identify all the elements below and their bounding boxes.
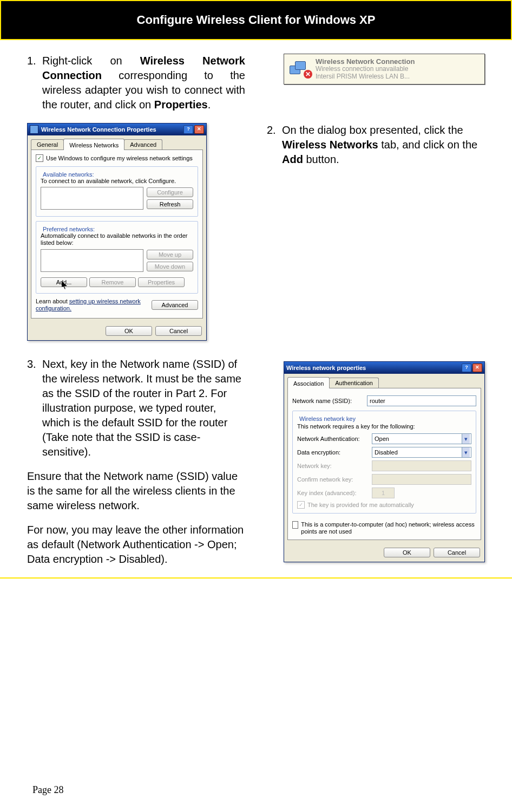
preferred-networks-group: Preferred networks: Automatically connec… xyxy=(36,221,198,293)
auth-label: Network Authentication: xyxy=(297,436,367,442)
learn-about-text: Learn about setting up wireless network … xyxy=(36,298,147,312)
help-button[interactable]: ? xyxy=(183,125,193,134)
step2-text-col: 2. On the dialog box presented, click th… xyxy=(267,123,485,341)
step3-text-col: 3. Next, key in the Network name (SSID) … xyxy=(27,357,245,567)
available-networks-list[interactable] xyxy=(41,187,143,210)
properties-button[interactable]: Properties xyxy=(138,277,185,287)
remove-button[interactable]: Remove xyxy=(89,277,136,287)
notif-line1: Wireless connection unavailable xyxy=(316,66,415,73)
wireless-key-group: Wireless network key This network requir… xyxy=(292,411,476,514)
step2-number: 2. xyxy=(267,123,282,167)
preferred-networks-list[interactable] xyxy=(41,249,143,272)
ssid-input[interactable]: router xyxy=(367,395,476,406)
netkey-label: Network key: xyxy=(297,463,367,469)
row-step1: 1. Right-click on Wireless Network Conne… xyxy=(27,54,485,112)
dlg2-tabs: Association Authentication xyxy=(284,374,484,388)
para-defaults: For now, you may leave the other informa… xyxy=(27,523,245,567)
tab-wireless-networks[interactable]: Wireless Networks xyxy=(63,139,124,150)
advanced-button[interactable]: Advanced xyxy=(152,300,198,310)
key-index-spinner: 1 xyxy=(372,488,395,498)
dlg2-col: Wireless network properties ? ✕ Associat… xyxy=(267,357,485,567)
step1-text-col: 1. Right-click on Wireless Network Conne… xyxy=(27,54,245,112)
row-step3: 3. Next, key in the Network name (SSID) … xyxy=(27,357,485,567)
row-step2: Wireless Network Connection Properties ?… xyxy=(27,123,485,341)
dlg2-title: Wireless network properties xyxy=(286,365,366,371)
dlg1-body: ✓ Use Windows to configure my wireless n… xyxy=(31,150,203,319)
help-button[interactable]: ? xyxy=(462,363,471,372)
para-ssid-same: Ensure that the Network name (SSID) valu… xyxy=(27,469,245,513)
configure-button[interactable]: Configure xyxy=(147,187,193,197)
connection-properties-dialog: Wireless Network Connection Properties ?… xyxy=(27,123,207,341)
tab-general[interactable]: General xyxy=(31,139,64,150)
step3-number: 3. xyxy=(27,357,42,459)
network-icon: ✕ xyxy=(290,60,311,77)
dlg1-titlebar: Wireless Network Connection Properties ?… xyxy=(28,124,206,135)
notif-line2: Intersil PRISM Wireless LAN B... xyxy=(316,73,415,81)
section-bottom-border xyxy=(0,577,512,579)
auth-select[interactable]: Open xyxy=(372,433,471,444)
close-button[interactable]: ✕ xyxy=(472,363,482,372)
dlg1-tabs: General Wireless Networks Advanced xyxy=(28,135,206,150)
movedown-button[interactable]: Move down xyxy=(147,262,193,271)
section-title: Configure Wireless Client for Windows XP xyxy=(1,1,511,39)
refresh-button[interactable]: Refresh xyxy=(147,199,193,209)
confirm-key-label: Confirm network key: xyxy=(297,476,367,483)
available-networks-group: Available networks: To connect to an ava… xyxy=(36,166,198,217)
auto-key-checkbox: ✓ The key is provided for me automatical… xyxy=(297,501,414,509)
netkey-input xyxy=(372,460,471,471)
section-header: Configure Wireless Client for Windows XP xyxy=(0,0,512,40)
page-number: Page 28 xyxy=(32,784,64,796)
tab-association[interactable]: Association xyxy=(287,377,330,388)
tab-advanced[interactable]: Advanced xyxy=(124,139,162,150)
cancel-button[interactable]: Cancel xyxy=(434,548,480,557)
wireless-network-properties-dialog: Wireless network properties ? ✕ Associat… xyxy=(284,361,485,563)
use-windows-checkbox[interactable]: ✓ Use Windows to configure my wireless n… xyxy=(36,154,193,162)
cancel-button[interactable]: Cancel xyxy=(155,326,202,336)
tab-authentication[interactable]: Authentication xyxy=(329,378,379,388)
step3-body: Next, key in the Network name (SSID) of … xyxy=(42,357,245,459)
checkbox-icon xyxy=(292,521,298,529)
window-icon xyxy=(30,125,38,134)
checkbox-icon: ✓ xyxy=(297,501,305,509)
systray-notif-col: ✕ Wireless Network Connection Wireless c… xyxy=(267,54,485,112)
dlg1-col: Wireless Network Connection Properties ?… xyxy=(27,123,245,341)
enc-label: Data encryption: xyxy=(297,449,367,456)
dlg1-title: Wireless Network Connection Properties xyxy=(41,126,156,133)
step2-body: On the dialog box presented, click the W… xyxy=(282,123,485,167)
systray-notification: ✕ Wireless Network Connection Wireless c… xyxy=(284,54,485,85)
unavailable-badge-icon: ✕ xyxy=(304,70,312,79)
confirm-key-input xyxy=(372,474,471,485)
close-button[interactable]: ✕ xyxy=(194,125,204,134)
enc-select[interactable]: Disabled xyxy=(372,447,471,458)
checkbox-icon: ✓ xyxy=(36,154,43,162)
notif-title: Wireless Network Connection xyxy=(316,57,415,66)
ssid-label: Network name (SSID): xyxy=(292,398,363,404)
moveup-button[interactable]: Move up xyxy=(147,250,193,259)
ok-button[interactable]: OK xyxy=(384,548,430,557)
dlg2-body: Network name (SSID): router Wireless net… xyxy=(287,388,481,541)
step1-body: Right-click on Wireless Network Connecti… xyxy=(42,54,245,112)
ok-button[interactable]: OK xyxy=(106,326,152,336)
dlg2-titlebar: Wireless network properties ? ✕ xyxy=(284,362,484,374)
add-button[interactable]: Add... xyxy=(41,277,87,287)
key-index-label: Key index (advanced): xyxy=(297,490,367,496)
adhoc-checkbox[interactable]: This is a computer-to-computer (ad hoc) … xyxy=(292,521,476,535)
step1-number: 1. xyxy=(27,54,42,112)
